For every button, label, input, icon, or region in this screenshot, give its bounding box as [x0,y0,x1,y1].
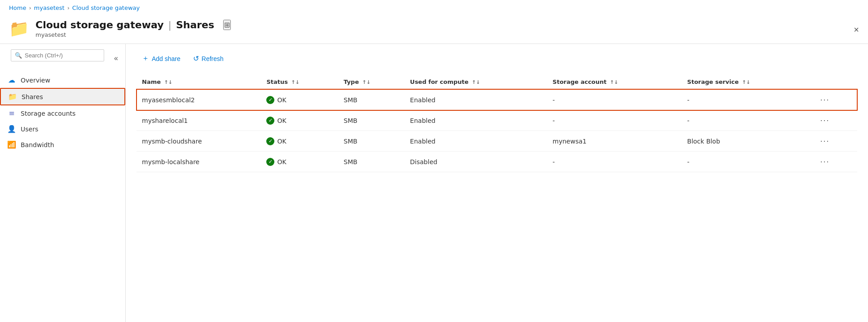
status-ok-icon-1 [266,117,274,125]
sidebar-item-bandwidth-label: Bandwidth [21,141,54,148]
breadcrumb-myasetest[interactable]: myasetest [34,4,65,11]
user-icon: 👤 [7,125,16,133]
page-wrapper: Home › myasetest › Cloud storage gateway… [0,0,868,322]
cell-compute-3: Disabled [405,152,547,172]
sidebar-item-shares-label: Shares [22,93,43,100]
sort-name-icon: ↑↓ [164,79,172,85]
sort-storage-account-icon: ↑↓ [610,79,618,85]
content-area: ＋ Add share ↺ Refresh Name ↑↓ [126,44,868,322]
cell-status-3: OK [261,152,338,172]
sidebar-item-bandwidth[interactable]: 📶 Bandwidth [0,137,125,152]
sidebar-item-overview[interactable]: ☁ Overview [0,72,125,88]
header-subtitle: myasetest [35,31,231,38]
col-storage-account[interactable]: Storage account ↑↓ [547,75,682,89]
col-used-for-compute[interactable]: Used for compute ↑↓ [405,75,547,89]
cell-storage-account-1: - [547,110,682,131]
toolbar: ＋ Add share ↺ Refresh [137,51,857,66]
cell-status-0: OK [261,89,338,110]
col-storage-service[interactable]: Storage service ↑↓ [682,75,812,89]
header-title-group: Cloud storage gateway | Shares ⊞ myasete… [35,19,231,38]
status-text-1: OK [277,117,286,124]
cell-name-3: mysmb-localshare [137,152,261,172]
status-ok-icon-0 [266,96,274,104]
add-share-label: Add share [152,55,181,62]
more-actions-button-0[interactable]: ··· [818,94,833,105]
cell-status-1: OK [261,110,338,131]
breadcrumb-current[interactable]: Cloud storage gateway [72,4,140,11]
cell-actions-0: ··· [812,89,857,110]
main-content: 🔍 « ☁ Overview 📁 Shares ≡ Storage accoun… [0,44,868,322]
status-ok-icon-2 [266,137,274,145]
more-actions-button-3[interactable]: ··· [818,156,833,167]
header-separator: | [168,19,171,30]
sidebar-item-shares[interactable]: 📁 Shares [0,88,125,105]
col-status[interactable]: Status ↑↓ [261,75,338,89]
page-header: 📁 Cloud storage gateway | Shares ⊞ myase… [0,16,868,44]
table-row[interactable]: mysharelocal1 OK SMB Enabled - - ··· [137,110,857,131]
sort-type-icon: ↑↓ [362,79,370,85]
cell-storage-account-3: - [547,152,682,172]
folder-icon: 📁 [8,92,17,101]
more-actions-button-1[interactable]: ··· [818,115,833,126]
collapse-sidebar-button[interactable]: « [112,52,120,64]
cloud-icon: ☁ [7,76,16,84]
more-actions-button-2[interactable]: ··· [818,135,833,147]
header-title: Cloud storage gateway | Shares ⊞ [35,19,231,30]
add-icon: ＋ [142,54,149,63]
cell-storage-account-0: - [547,89,682,110]
status-ok-icon-3 [266,158,274,166]
sort-compute-icon: ↑↓ [472,79,480,85]
col-actions [812,75,857,89]
cell-compute-1: Enabled [405,110,547,131]
cell-compute-2: Enabled [405,131,547,152]
cell-name-2: mysmb-cloudshare [137,131,261,152]
cell-actions-3: ··· [812,152,857,172]
table-row[interactable]: myasesmblocal2 OK SMB Enabled - - ··· [137,89,857,110]
status-text-2: OK [277,138,286,145]
sidebar-item-users[interactable]: 👤 Users [0,121,125,137]
close-button[interactable]: × [854,25,859,34]
storage-icon: ≡ [7,109,16,117]
wifi-icon: 📶 [7,140,16,149]
breadcrumb-home[interactable]: Home [9,4,26,11]
cell-name-1: mysharelocal1 [137,110,261,131]
breadcrumb-sep2: › [67,4,70,11]
cell-storage-service-1: - [682,110,812,131]
search-input[interactable] [25,52,100,59]
cell-storage-account-2: mynewsa1 [547,131,682,152]
search-icon: 🔍 [15,52,22,59]
table-body: myasesmblocal2 OK SMB Enabled - - ··· my… [137,89,857,172]
sidebar-item-storage-accounts[interactable]: ≡ Storage accounts [0,105,125,121]
cell-compute-0: Enabled [405,89,547,110]
table-header: Name ↑↓ Status ↑↓ Type ↑↓ Used for com [137,75,857,89]
breadcrumb: Home › myasetest › Cloud storage gateway [0,0,868,16]
sidebar: 🔍 « ☁ Overview 📁 Shares ≡ Storage accoun… [0,44,126,322]
col-name[interactable]: Name ↑↓ [137,75,261,89]
header-folder-icon: 📁 [9,21,29,37]
sidebar-item-users-label: Users [21,126,38,133]
cell-name-0: myasesmblocal2 [137,89,261,110]
col-type[interactable]: Type ↑↓ [338,75,405,89]
cell-status-2: OK [261,131,338,152]
add-share-button[interactable]: ＋ Add share [137,51,186,66]
table-row[interactable]: mysmb-cloudshare OK SMB Enabled mynewsa1… [137,131,857,152]
sidebar-item-overview-label: Overview [21,77,50,84]
cell-type-3: SMB [338,152,405,172]
header-resource-name: Cloud storage gateway [35,19,163,30]
cell-type-2: SMB [338,131,405,152]
sort-storage-service-icon: ↑↓ [742,79,750,85]
status-text-0: OK [277,96,286,104]
header-section-name: Shares [176,19,214,30]
cell-actions-1: ··· [812,110,857,131]
status-text-3: OK [277,158,286,165]
pin-button[interactable]: ⊞ [223,20,231,30]
refresh-button[interactable]: ↺ Refresh [188,52,229,65]
cell-storage-service-0: - [682,89,812,110]
sort-status-icon: ↑↓ [291,79,300,85]
table-row[interactable]: mysmb-localshare OK SMB Disabled - - ··· [137,152,857,172]
cell-storage-service-3: - [682,152,812,172]
sidebar-item-storage-accounts-label: Storage accounts [21,110,75,117]
search-bar: 🔍 [11,49,104,61]
cell-type-0: SMB [338,89,405,110]
cell-actions-2: ··· [812,131,857,152]
